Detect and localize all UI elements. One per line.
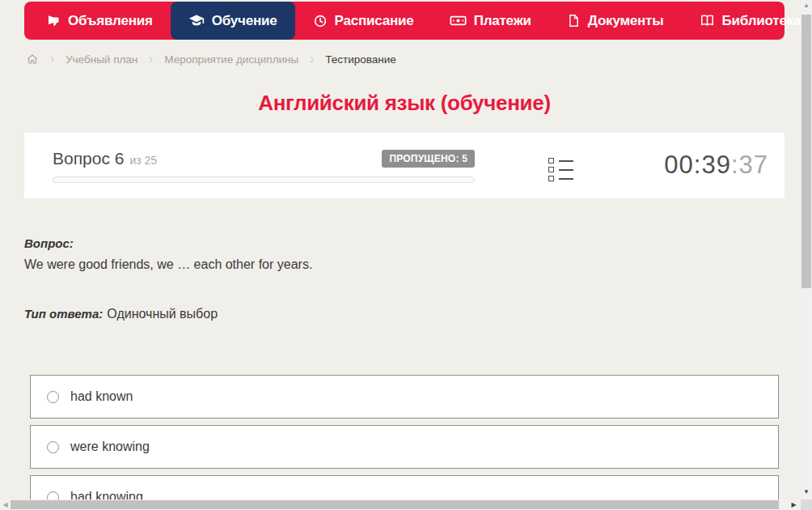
nav-label: Объявления [68, 13, 153, 29]
question-header-card: Вопрос 6 из 25 ПРОПУЩЕНО: 5 00:39:37 [24, 133, 785, 198]
nav-item-schedule[interactable]: Расписание [295, 2, 432, 40]
timer: 00:39:37 [664, 151, 768, 180]
nav-item-learning[interactable]: Обучение [171, 2, 295, 40]
page-title: Английский язык (обучение) [0, 91, 809, 116]
answer-option[interactable]: had known [30, 375, 779, 419]
question-list-icon [548, 158, 573, 181]
nav-item-payments[interactable]: Платежи [432, 2, 549, 40]
nav-item-documents[interactable]: Документы [549, 2, 682, 40]
nav-label: Платежи [474, 13, 531, 29]
chevron-right-icon [146, 55, 155, 64]
radio-button[interactable] [47, 441, 59, 453]
vertical-scrollbar[interactable]: ▲ ▼ [801, 0, 812, 499]
skipped-badge: ПРОПУЩЕНО: 5 [382, 150, 475, 168]
answer-type-label: Тип ответа: [24, 307, 103, 321]
nav-label: Библиотека [722, 13, 801, 29]
graduation-cap-icon [188, 13, 205, 29]
timer-seconds: :37 [731, 151, 768, 179]
scrollbar-corner [801, 499, 812, 510]
nav-label: Документы [588, 13, 664, 29]
scroll-down-arrow-icon[interactable]: ▼ [801, 487, 812, 498]
scroll-left-arrow-icon[interactable]: ◀ [0, 499, 11, 510]
vertical-scrollbar-thumb[interactable] [801, 15, 811, 288]
question-text: We were good friends, we … each other fo… [24, 257, 312, 272]
question-number: Вопрос 6 [53, 149, 124, 168]
answer-type-value: Одиночный выбор [107, 307, 218, 321]
nav-label: Расписание [335, 13, 414, 29]
answer-option-label: had known [70, 389, 133, 404]
nav-item-library[interactable]: Библиотека [682, 2, 812, 40]
horizontal-scrollbar[interactable]: ◀ ▶ [0, 499, 801, 510]
answer-options-list: had known were knowing had knowing [30, 375, 779, 510]
breadcrumb-item-curriculum[interactable]: Учебный план [66, 53, 137, 66]
timer-hours-minutes: 00:39 [664, 151, 731, 179]
answer-option[interactable]: were knowing [30, 425, 779, 469]
megaphone-icon [45, 13, 61, 28]
question-total: из 25 [129, 154, 157, 167]
home-icon[interactable] [26, 53, 39, 66]
breadcrumb-item-discipline-event[interactable]: Мероприятие дисциплины [164, 53, 298, 66]
top-navbar: Объявления Обучение Расписание Платежи Д… [24, 2, 785, 40]
question-heading: Вопрос: [24, 236, 74, 250]
open-book-icon [700, 13, 715, 28]
scroll-right-arrow-icon[interactable]: ▶ [789, 499, 799, 510]
document-icon [567, 14, 581, 28]
nav-label: Обучение [212, 13, 277, 29]
chevron-right-icon [307, 55, 316, 64]
progress-bar [53, 176, 475, 183]
answer-type: Тип ответа:Одиночный выбор [24, 307, 218, 321]
nav-item-announcements[interactable]: Объявления [27, 2, 171, 40]
question-progress-block: Вопрос 6 из 25 ПРОПУЩЕНО: 5 [53, 149, 475, 183]
radio-button[interactable] [47, 391, 59, 403]
breadcrumb-item-testing: Тестирование [325, 53, 396, 66]
answer-option-label: were knowing [70, 440, 150, 454]
breadcrumb: Учебный план Мероприятие дисциплины Тест… [26, 50, 396, 68]
horizontal-scrollbar-thumb[interactable] [11, 500, 779, 509]
banknote-icon [450, 12, 467, 29]
chevron-right-icon [48, 55, 57, 64]
clock-icon [313, 14, 328, 28]
question-list-button[interactable] [547, 156, 575, 183]
scroll-up-arrow-icon[interactable]: ▲ [801, 0, 812, 11]
